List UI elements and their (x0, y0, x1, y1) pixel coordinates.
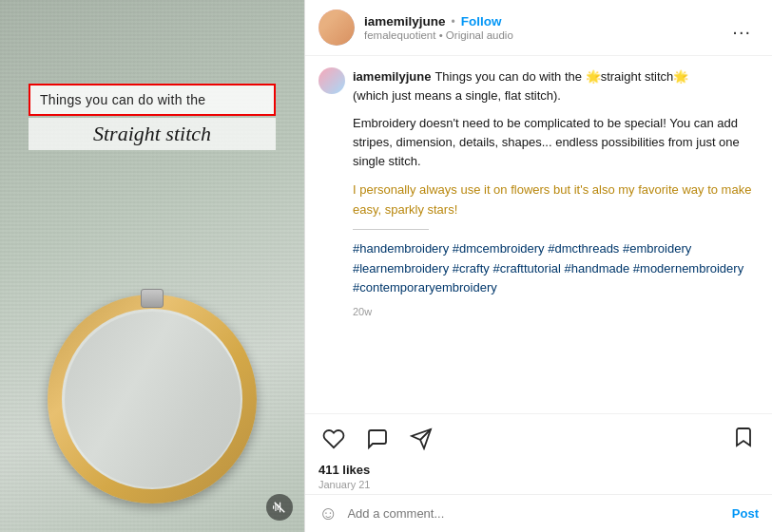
post-image: Things you can do with the Straight stit… (0, 0, 304, 532)
post-detail-panel: iamemilyjune • Follow femalequotient • O… (304, 0, 772, 532)
comment-input[interactable] (347, 506, 731, 521)
heart-icon (322, 428, 345, 450)
likes-section: 411 likes January 21 (305, 461, 772, 494)
title-line2: Straight stitch (29, 118, 276, 150)
embroidery-hoop (48, 294, 257, 504)
text-overlay: Things you can do with the Straight stit… (29, 84, 276, 150)
title-line1: Things you can do with the (40, 92, 205, 107)
more-options-button[interactable]: ... (724, 13, 759, 43)
caption-divider (353, 229, 429, 230)
header-username[interactable]: iamemilyjune (364, 14, 446, 28)
caption-paragraph1: Embroidery doesn't need to be complicate… (353, 114, 759, 171)
caption-text-line2: (which just means a single, flat stitch)… (353, 88, 561, 103)
header-info: iamemilyjune • Follow femalequotient • O… (364, 14, 724, 41)
caption-avatar (318, 67, 345, 94)
hoop-screw (141, 289, 164, 308)
post-header: iamemilyjune • Follow femalequotient • O… (305, 0, 772, 56)
post-comment-button[interactable]: Post (732, 506, 759, 521)
bookmark-button[interactable] (728, 422, 759, 455)
hashtags[interactable]: #handembroidery #dmcembroidery #dmcthrea… (353, 239, 759, 298)
header-subtext: femalequotient • Original audio (364, 29, 724, 41)
follow-button[interactable]: Follow (461, 14, 502, 28)
caption-paragraph2: I personally always use it on flowers bu… (353, 180, 759, 218)
header-dot: • (452, 15, 455, 28)
caption-username[interactable]: iamemilyjune (353, 69, 431, 84)
avatar (318, 10, 355, 46)
comment-input-row: ☺ Post (305, 494, 772, 532)
volume-icon[interactable] (266, 494, 293, 521)
like-button[interactable] (318, 424, 349, 454)
comment-icon (366, 428, 389, 450)
likes-count[interactable]: 411 likes (318, 463, 759, 477)
post-date: January 21 (318, 479, 759, 490)
comment-button[interactable] (362, 424, 393, 454)
emoji-button[interactable]: ☺ (318, 503, 338, 524)
action-icons (318, 424, 728, 454)
title-box: Things you can do with the (29, 84, 276, 116)
share-icon (410, 428, 433, 450)
caption-row: iamemilyjuneThings you can do with the 🌟… (318, 67, 759, 317)
caption-text-line1: Things you can do with the 🌟straight sti… (434, 69, 688, 84)
post-timestamp: 20w (353, 306, 759, 317)
actions-bar (305, 413, 772, 461)
caption-area: iamemilyjuneThings you can do with the 🌟… (305, 56, 772, 413)
bookmark-icon (732, 426, 755, 448)
share-button[interactable] (406, 424, 436, 454)
